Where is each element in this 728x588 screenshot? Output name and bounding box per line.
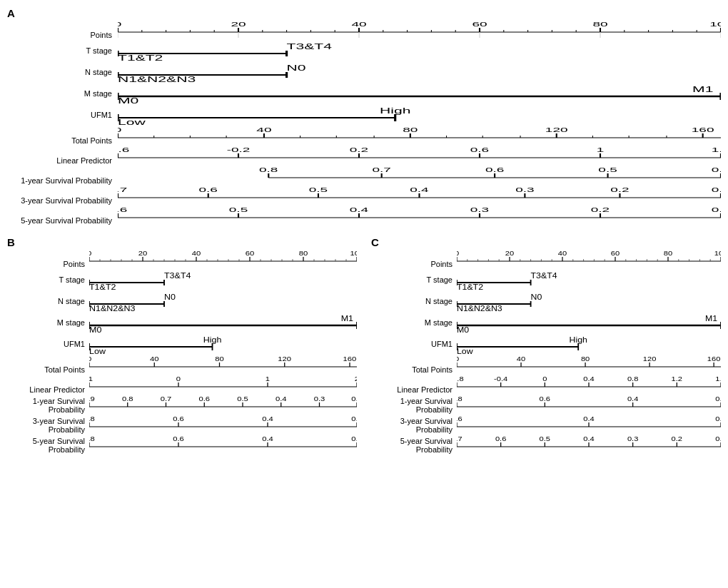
nstage-axis-a: N1&N2&N3 N0 bbox=[118, 62, 721, 82]
svg-text:N0: N0 bbox=[287, 64, 306, 72]
ufm1-b: Low High bbox=[89, 334, 357, 354]
row-label: Linear Predictor bbox=[7, 385, 89, 394]
svg-text:60: 60 bbox=[246, 250, 255, 257]
row-label: M stage bbox=[7, 318, 89, 327]
svg-text:0.4: 0.4 bbox=[262, 415, 273, 422]
row-c-nstage: N stage N1&N2&N3 N0 bbox=[371, 291, 721, 311]
svg-text:N0: N0 bbox=[164, 293, 176, 301]
row-label: UFM1 bbox=[371, 340, 457, 348]
svg-text:-0.8: -0.8 bbox=[457, 375, 464, 382]
svg-text:0.2: 0.2 bbox=[715, 415, 721, 422]
row-label: 5-year Survival Probability bbox=[7, 437, 89, 454]
svg-text:0.7: 0.7 bbox=[118, 186, 127, 193]
svg-text:80: 80 bbox=[299, 250, 308, 257]
svg-text:0.6: 0.6 bbox=[173, 415, 184, 422]
svg-text:N1&N2&N3: N1&N2&N3 bbox=[118, 76, 196, 82]
svg-text:N1&N2&N3: N1&N2&N3 bbox=[457, 305, 502, 311]
svg-text:T3&T4: T3&T4 bbox=[531, 272, 557, 280]
svg-text:T1&T2: T1&T2 bbox=[118, 54, 163, 61]
section-a-label: A bbox=[7, 7, 721, 19]
svg-text:1.4: 1.4 bbox=[712, 146, 721, 153]
svg-text:40: 40 bbox=[351, 21, 366, 28]
row-label: 3-year Survival Probability bbox=[7, 196, 118, 205]
row-b-ufm1: UFM1 Low High bbox=[7, 334, 357, 354]
row-label: Linear Predictor bbox=[7, 156, 118, 165]
row-label: M stage bbox=[7, 89, 118, 98]
svg-text:0.5: 0.5 bbox=[229, 206, 248, 213]
nstage-b: N1&N2&N3 N0 bbox=[89, 291, 357, 311]
svg-text:-0.2: -0.2 bbox=[227, 146, 251, 153]
svg-text:0.8: 0.8 bbox=[89, 415, 95, 422]
svg-text:0.5: 0.5 bbox=[540, 435, 551, 442]
svg-text:N0: N0 bbox=[531, 293, 542, 301]
row-label: N stage bbox=[7, 68, 118, 76]
main-container: A Points bbox=[7, 7, 721, 455]
row-label: 1-year Survival Probability bbox=[7, 397, 89, 414]
points-axis-b: 0 20 40 60 80 100 bbox=[89, 250, 357, 267]
5yr-c: 0.7 0.6 0.5 0.4 0.3 0.2 0.1 bbox=[457, 435, 721, 452]
svg-text:0.5: 0.5 bbox=[309, 186, 328, 193]
row-a-3yr: 3-year Survival Probability 0.7 0.6 0.5 … bbox=[7, 186, 721, 205]
svg-text:0.2: 0.2 bbox=[351, 415, 357, 422]
svg-text:20: 20 bbox=[138, 250, 148, 257]
row-c-3yr: 3-year Survival Probability 0.6 0.4 0.2 bbox=[371, 415, 721, 434]
svg-text:0.6: 0.6 bbox=[470, 146, 489, 153]
row-label: Total Points bbox=[7, 136, 118, 145]
row-label: T stage bbox=[7, 275, 89, 284]
row-label: 3-year Survival Probability bbox=[7, 417, 89, 434]
row-label: T stage bbox=[7, 46, 118, 55]
svg-text:0.4: 0.4 bbox=[627, 395, 639, 402]
svg-text:0.1: 0.1 bbox=[712, 186, 721, 193]
totalpoints-c: 0 40 80 120 160 bbox=[457, 355, 721, 372]
row-label: N stage bbox=[371, 297, 457, 305]
svg-text:0.6: 0.6 bbox=[173, 435, 184, 442]
section-c-label: C bbox=[371, 236, 721, 248]
svg-text:0.2: 0.2 bbox=[351, 435, 357, 442]
svg-text:M1: M1 bbox=[341, 315, 353, 323]
row-c-points: Points bbox=[371, 250, 721, 268]
svg-text:-1: -1 bbox=[89, 375, 93, 382]
row-label: 1-year Survival Probability bbox=[7, 176, 118, 185]
3yr-c: 0.6 0.4 0.2 bbox=[457, 415, 721, 432]
svg-text:0.5: 0.5 bbox=[598, 166, 617, 173]
svg-text:0.2: 0.2 bbox=[351, 395, 357, 402]
row-b-mstage: M stage M0 M1 bbox=[7, 313, 357, 333]
1yr-b: 0.9 0.8 0.7 0.6 0.5 0.4 0.3 0.2 bbox=[89, 395, 357, 412]
row-b-linear: Linear Predictor -1 0 1 2 bbox=[7, 375, 357, 394]
row-a-linear: Linear Predictor -0.6 -0.2 0.2 0.6 bbox=[7, 146, 721, 165]
section-c: C Points bbox=[371, 236, 721, 455]
svg-text:120: 120 bbox=[643, 355, 657, 363]
svg-text:0.1: 0.1 bbox=[715, 435, 721, 442]
ufm1-c: Low High bbox=[457, 334, 721, 354]
svg-text:20: 20 bbox=[231, 21, 246, 28]
svg-text:0.6: 0.6 bbox=[118, 206, 127, 213]
svg-text:60: 60 bbox=[472, 21, 487, 28]
totalpoints-axis-a: 0 40 80 120 160 bbox=[118, 126, 721, 143]
row-label: Points bbox=[7, 31, 118, 39]
svg-text:T1&T2: T1&T2 bbox=[89, 283, 116, 290]
svg-text:160: 160 bbox=[692, 126, 714, 133]
row-label: M stage bbox=[371, 318, 457, 327]
row-label: 5-year Survival Probability bbox=[7, 216, 118, 225]
svg-text:0: 0 bbox=[176, 375, 181, 382]
row-c-ufm1: UFM1 Low High bbox=[371, 334, 721, 354]
svg-text:0.7: 0.7 bbox=[161, 395, 172, 402]
points-axis-c: 0 20 40 60 80 100 bbox=[457, 250, 721, 267]
svg-text:120: 120 bbox=[278, 355, 291, 363]
row-label: UFM1 bbox=[7, 111, 118, 119]
row-b-tstage: T stage T1&T2 T3&T4 bbox=[7, 270, 357, 290]
svg-text:-0.4: -0.4 bbox=[494, 375, 508, 382]
svg-text:N1&N2&N3: N1&N2&N3 bbox=[89, 305, 135, 311]
mstage-b: M0 M1 bbox=[89, 313, 357, 333]
svg-text:M0: M0 bbox=[118, 97, 138, 103]
row-b-3yr: 3-year Survival Probability 0.8 0.6 0.4 … bbox=[7, 415, 357, 434]
svg-text:0.1: 0.1 bbox=[712, 206, 721, 213]
svg-text:0.4: 0.4 bbox=[583, 375, 595, 382]
svg-text:0.7: 0.7 bbox=[372, 166, 390, 173]
svg-text:0.4: 0.4 bbox=[410, 186, 428, 193]
row-label: Points bbox=[371, 260, 457, 268]
svg-text:0.8: 0.8 bbox=[457, 395, 462, 402]
row-label: 5-year Survival Probability bbox=[371, 437, 457, 454]
row-b-5yr: 5-year Survival Probability 0.8 0.6 0.4 … bbox=[7, 435, 357, 454]
ufm1-axis-a: Low High bbox=[118, 105, 721, 125]
